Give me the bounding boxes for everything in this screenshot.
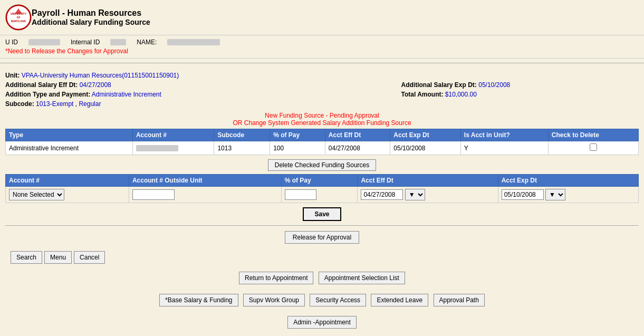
delete-btn-row: Delete Checked Funding Sources [5,159,639,171]
subcode-row: Subcode: 1013-Exempt , Regular [5,100,639,108]
exp-dt-label: Additional Salary Exp Dt: [401,81,477,89]
bottom-nav-row3: Admin -Appointment [5,311,639,333]
release-approval-button[interactable]: Release for Approval [285,231,359,244]
svg-text:OF: OF [17,16,21,19]
acct-exp-dt-select[interactable]: ▼ [545,189,565,200]
col-is-acct-unit: Is Acct in Unit? [460,129,548,141]
content-area: Unit: VPAA-University Human Resources(01… [0,68,644,336]
pending-line2: OR Change System Generated Salary Additi… [5,119,639,127]
table-row: Administrative Increment 1013 100 04/27/… [6,141,639,155]
subcode-link2[interactable]: Regular [79,100,101,108]
name-label: NAME: [137,39,157,46]
internal-id-value [110,39,126,45]
col-account: Account # [132,129,214,141]
user-info-bar: U ID Internal ID NAME: *Need to Release … [0,35,644,59]
col-subcode: Subcode [214,129,270,141]
exp-dt-value: 05/10/2008 [478,81,510,89]
pending-line1: New Funding Source - Pending Approval [5,112,639,119]
acct-exp-dt-input[interactable] [502,189,544,200]
return-to-appointment-button[interactable]: Return to Appointment [239,272,313,284]
account-outside-input[interactable] [132,189,175,200]
eff-dt-value: 04/27/2008 [80,81,111,89]
add-cell-account-outside[interactable] [129,187,281,203]
admin-appointment-button[interactable]: Admin -Appointment [287,316,357,329]
add-col-account-outside: Account # Outside Unit [129,175,281,187]
total-amount-value: $10,000.00 [445,91,477,98]
save-row: Save [5,207,639,221]
total-amount-label: Total Amount: [401,91,444,98]
subcode-link1[interactable]: 1013-Exempt [36,100,73,108]
col-check-delete: Check to Delete [548,129,638,141]
dates-row: Additional Salary Eff Dt: 04/27/2008 Add… [5,81,639,89]
col-type: Type [6,129,133,141]
acct-eff-dt-select[interactable]: ▼ [405,189,425,200]
acct-eff-dt-input[interactable] [361,189,403,200]
pending-notice: New Funding Source - Pending Approval OR… [5,112,639,127]
add-row-inputs: None Selected ▼ [6,187,639,203]
cell-is-acct-unit: Y [460,141,548,155]
cell-acct-eff-dt: 04/27/2008 [325,141,390,155]
cell-subcode: 1013 [214,141,270,155]
unit-row: Unit: VPAA-University Human Resources(01… [5,72,639,79]
name-value [167,39,220,45]
search-button[interactable]: Search [11,251,42,264]
internal-id-label: Internal ID [71,39,100,46]
university-logo: UNIVERSITY OF MARYLAND [5,4,32,31]
approval-path-button[interactable]: Approval Path [434,294,485,306]
save-button[interactable]: Save [303,207,341,221]
security-access-button[interactable]: Security Access [310,294,366,306]
uid-label: U ID [5,39,18,46]
base-salary-button[interactable]: *Base Salary & Funding [159,294,238,306]
addition-type-link[interactable]: Administrative Increment [92,91,161,98]
delete-checkbox[interactable] [590,143,597,151]
nav-buttons-row: Search Menu Cancel [5,248,639,267]
appointment-selection-list-button[interactable]: Appointment Selection List [319,272,405,284]
add-row-table: Account # Account # Outside Unit % of Pa… [5,174,639,203]
col-pct-pay: % of Pay [270,129,325,141]
svg-text:MARYLAND: MARYLAND [11,20,26,23]
supv-work-group-button[interactable]: Supv Work Group [243,294,305,306]
cell-acct-exp-dt: 05/10/2008 [390,141,460,155]
cell-account-num [132,141,214,155]
add-cell-pct-pay[interactable] [281,187,358,203]
addition-type-col: Addition Type and Payment: Administrativ… [5,91,243,98]
cell-check-delete[interactable] [548,141,638,155]
add-row-header: Account # Account # Outside Unit % of Pa… [6,175,639,187]
cancel-button[interactable]: Cancel [74,251,105,264]
add-row-section: Account # Account # Outside Unit % of Pa… [5,174,639,203]
extended-leave-button[interactable]: Extended Leave [371,294,428,306]
add-col-acct-eff-dt: Acct Eff Dt [358,175,498,187]
delete-checked-button[interactable]: Delete Checked Funding Sources [268,159,376,171]
funding-table-section: Type Account # Subcode % of Pay Acct Eff… [5,129,639,155]
unit-label: Unit: [5,72,20,79]
add-col-account: Account # [6,175,129,187]
page-subtitle: Additional Salary Funding Source [32,18,150,26]
exp-dt-col: Additional Salary Exp Dt: 05/10/2008 [243,81,639,89]
app-title: Payroll - Human Resources [32,8,150,18]
total-amount-col: Total Amount: $10,000.00 [243,91,639,98]
release-approval-section: Release for Approval [5,230,639,245]
account-select[interactable]: None Selected [9,189,64,200]
pct-pay-input[interactable] [285,189,316,200]
add-cell-account: None Selected [6,187,129,203]
cell-pct-pay: 100 [270,141,325,155]
cell-type: Administrative Increment [6,141,133,155]
unit-link[interactable]: VPAA-University Human Resources(01151500… [22,72,179,79]
funding-table: Type Account # Subcode % of Pay Acct Eff… [5,129,639,155]
uid-value [28,39,60,45]
addition-type-label: Addition Type and Payment: [5,91,90,98]
bottom-nav-row2: *Base Salary & Funding Supv Work Group S… [5,289,639,311]
eff-dt-col: Additional Salary Eff Dt: 04/27/2008 [5,81,243,89]
add-cell-acct-exp-dt[interactable]: ▼ [498,187,638,203]
header-titles: Payroll - Human Resources Additional Sal… [32,8,150,26]
info-section: Unit: VPAA-University Human Resources(01… [5,72,639,108]
bottom-nav-row1: Return to Appointment Appointment Select… [5,267,639,289]
add-col-acct-exp-dt: Acct Exp Dt [498,175,638,187]
add-col-pct-pay: % of Pay [281,175,358,187]
subcode-label: Subcode: [5,100,34,108]
eff-dt-label: Additional Salary Eff Dt: [5,81,78,89]
col-acct-exp-dt: Acct Exp Dt [390,129,460,141]
type-total-row: Addition Type and Payment: Administrativ… [5,91,639,98]
add-cell-acct-eff-dt[interactable]: ▼ [358,187,498,203]
menu-button[interactable]: Menu [44,251,72,264]
